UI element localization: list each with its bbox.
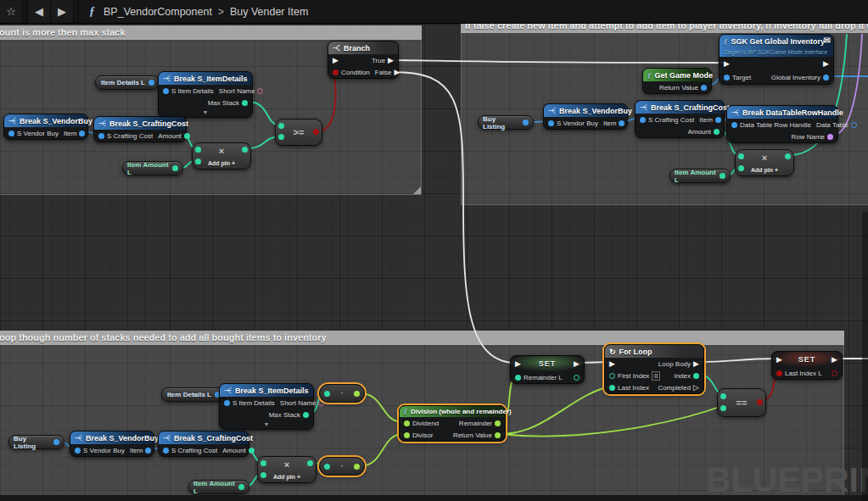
pin-out[interactable] bbox=[714, 129, 720, 135]
pin-out[interactable] bbox=[354, 464, 360, 470]
pin-out[interactable] bbox=[827, 134, 833, 140]
pin-in[interactable] bbox=[163, 88, 169, 94]
node-multiply[interactable]: × Add pin + bbox=[257, 456, 316, 483]
pin-in[interactable] bbox=[75, 448, 81, 454]
node-multiply[interactable]: × Add pin + bbox=[735, 149, 794, 176]
pin-out[interactable] bbox=[693, 373, 699, 379]
pin-in[interactable] bbox=[640, 117, 646, 123]
node-break-vendorbuy[interactable]: Break S_VendorBuy S Vendor Buy Item bbox=[543, 103, 628, 130]
pin-out[interactable] bbox=[619, 120, 624, 126]
first-index-value-input[interactable]: 0 bbox=[652, 371, 660, 381]
exec-out-pin[interactable]: ▶ bbox=[388, 57, 394, 64]
node-division-whole-remainder[interactable]: ƒDivision (whole and remainder) Dividend… bbox=[399, 405, 506, 442]
pin-in[interactable] bbox=[609, 373, 615, 379]
node-break-craftingcost[interactable]: Break S_CraftingCost S Crafting Cost Ite… bbox=[635, 100, 725, 138]
pin-in[interactable] bbox=[324, 464, 330, 470]
pin-in[interactable] bbox=[724, 75, 730, 81]
pin-out[interactable] bbox=[249, 448, 255, 454]
pin-out[interactable] bbox=[303, 412, 309, 418]
node-break-vendorbuy[interactable]: Break S_VendorBuy S Vendor Buy Item bbox=[70, 431, 154, 457]
nav-forward-button[interactable]: ▶ bbox=[51, 1, 74, 23]
node-break-craftingcost[interactable]: Break S_CraftingCost S Crafting Cost Amo… bbox=[93, 116, 187, 142]
pin-in[interactable] bbox=[731, 122, 737, 128]
comment-resize-handle[interactable] bbox=[413, 186, 421, 194]
pin-in[interactable] bbox=[609, 385, 615, 391]
pin-out[interactable] bbox=[145, 448, 151, 454]
pin-out[interactable] bbox=[823, 75, 829, 81]
node-break-craftingcost[interactable]: Break S_CraftingCost S Crafting Cost Amo… bbox=[158, 431, 249, 457]
pin-in[interactable] bbox=[98, 133, 104, 139]
exec-out-pin[interactable]: ▶ bbox=[823, 60, 829, 68]
pin-out[interactable] bbox=[238, 484, 244, 490]
pin-out[interactable] bbox=[701, 85, 707, 91]
pin-out[interactable] bbox=[53, 439, 59, 445]
message-envelope-icon[interactable]: ✉ bbox=[824, 36, 831, 45]
exec-in-pin[interactable]: ▶ bbox=[333, 57, 339, 64]
exec-out-pin[interactable]: ▶ bbox=[394, 69, 400, 76]
exec-out-pin[interactable]: ▶ bbox=[574, 360, 580, 368]
collapse-chevron-icon[interactable]: ▼ bbox=[220, 420, 313, 429]
pin-in[interactable] bbox=[324, 391, 330, 397]
pin-out[interactable] bbox=[79, 131, 85, 136]
var-get-item-amount[interactable]: Item Amount L bbox=[188, 480, 249, 494]
node-for-loop[interactable]: ↻For Loop ▶ Loop Body▶ First Index0 Inde… bbox=[604, 344, 704, 394]
breadcrumb-parent[interactable]: BP_VendorComponent bbox=[104, 6, 212, 18]
node-sgk-get-global-inventory[interactable]: ƒSGK Get Global Inventory Target is BP S… bbox=[719, 34, 834, 85]
pin-out[interactable] bbox=[574, 375, 580, 381]
pin-in[interactable] bbox=[776, 370, 782, 376]
node-branch[interactable]: Branch ▶ True▶ Condition False▶ bbox=[328, 41, 399, 79]
exec-in-pin[interactable]: ▶ bbox=[609, 360, 615, 368]
pin-out[interactable] bbox=[184, 133, 190, 139]
pin-out[interactable] bbox=[832, 370, 837, 376]
node-set-last-index[interactable]: ▶ SET ▶ Last Index L bbox=[771, 351, 843, 380]
pin-in[interactable] bbox=[404, 432, 410, 438]
pin-out[interactable] bbox=[495, 432, 501, 438]
add-pin-button[interactable]: Add pin + bbox=[736, 167, 793, 173]
var-get-buy-listing[interactable]: Buy Listing bbox=[478, 115, 534, 130]
pin-in[interactable] bbox=[8, 131, 14, 136]
exec-in-pin[interactable]: ▶ bbox=[776, 356, 782, 364]
pin-out[interactable] bbox=[523, 120, 529, 125]
pin-out[interactable] bbox=[257, 88, 263, 94]
exec-in-pin[interactable]: ▶ bbox=[724, 60, 730, 68]
node-break-itemdetails[interactable]: Break S_ItemDetails S Item Details Short… bbox=[158, 71, 253, 118]
pin-condition[interactable] bbox=[333, 70, 339, 75]
pin-out[interactable] bbox=[354, 391, 360, 397]
pin-out[interactable] bbox=[851, 122, 857, 128]
node-int-to-float[interactable]: · bbox=[319, 384, 365, 403]
pin-in[interactable] bbox=[404, 420, 410, 426]
breadcrumb-current[interactable]: Buy Vender Item bbox=[230, 6, 308, 18]
pin-out[interactable] bbox=[720, 173, 725, 179]
node-equal[interactable]: == bbox=[717, 388, 766, 417]
var-get-item-amount[interactable]: Item Amount L bbox=[122, 161, 183, 175]
pin-in[interactable] bbox=[515, 375, 521, 381]
favorite-star-button[interactable]: ☆ bbox=[0, 1, 23, 23]
pin-out[interactable] bbox=[495, 420, 501, 426]
exec-out-pin[interactable]: ▶ bbox=[693, 360, 699, 368]
var-get-item-details[interactable]: Item Details L bbox=[161, 387, 226, 402]
pin-in[interactable] bbox=[163, 448, 169, 454]
add-pin-button[interactable]: Add pin + bbox=[258, 474, 316, 480]
pin-in[interactable] bbox=[548, 120, 554, 126]
var-get-item-details[interactable]: Item Details L bbox=[95, 75, 160, 90]
pin-out[interactable] bbox=[715, 117, 721, 123]
exec-in-pin[interactable]: ▶ bbox=[515, 360, 521, 368]
pin-in[interactable] bbox=[224, 400, 230, 406]
pin-out[interactable] bbox=[172, 165, 178, 171]
comment-title[interactable]: oop though number of stacks needed to ad… bbox=[0, 331, 844, 345]
pin-out[interactable] bbox=[242, 100, 248, 106]
node-break-itemdetails[interactable]: Break S_ItemDetails S Item Details Short… bbox=[219, 383, 314, 430]
node-multiply[interactable]: × Add pin + bbox=[192, 142, 251, 170]
exec-out-pin[interactable]: ▶ bbox=[832, 356, 837, 364]
exec-out-pin[interactable]: ▷ bbox=[693, 384, 699, 392]
node-set-remainder[interactable]: ▶ SET ▶ Remainder L bbox=[510, 355, 585, 384]
node-break-vendorbuy[interactable]: Break S_VendorBuy S Vendor Buy Item bbox=[3, 114, 88, 140]
var-get-buy-listing[interactable]: Buy Listing bbox=[8, 435, 64, 449]
nav-back-button[interactable]: ◀ bbox=[28, 1, 51, 23]
node-break-datatablerowhandle[interactable]: Break DataTableRowHandle Data Table Row … bbox=[726, 105, 838, 143]
node-int-to-float[interactable]: · bbox=[319, 457, 365, 476]
pin-out[interactable] bbox=[148, 80, 154, 86]
add-pin-button[interactable]: Add pin + bbox=[193, 160, 250, 166]
var-get-item-amount[interactable]: Item Amount L bbox=[669, 169, 731, 183]
node-get-game-mode[interactable]: ƒGet Game Mode Return Value bbox=[642, 68, 712, 94]
